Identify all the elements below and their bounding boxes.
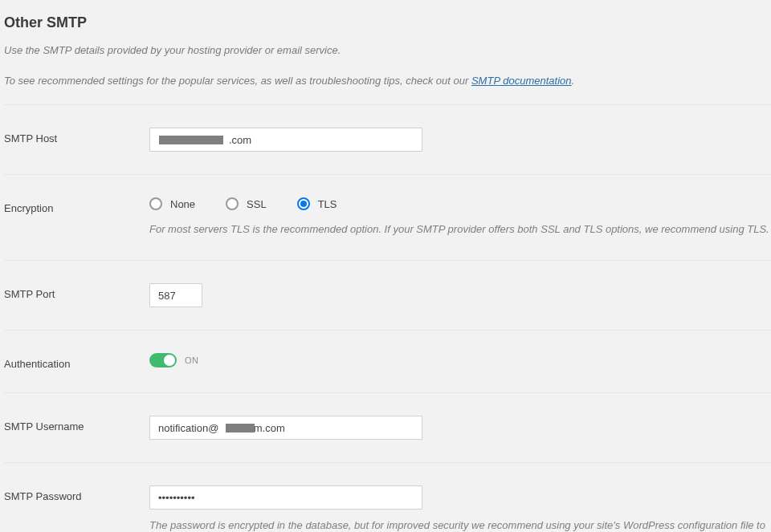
smtp-documentation-link[interactable]: SMTP documentation: [471, 75, 572, 87]
label-encryption: Encryption: [4, 197, 149, 214]
field-authentication: ON: [149, 353, 771, 368]
row-smtp-username: SMTP Username: [4, 392, 771, 462]
password-help-text: The password is encrypted in the databas…: [149, 518, 771, 532]
label-smtp-host: SMTP Host: [4, 128, 149, 144]
toggle-knob-icon: [164, 355, 175, 366]
smtp-port-input[interactable]: [149, 283, 202, 307]
section-description: Use the SMTP details provided by your ho…: [4, 43, 771, 88]
field-smtp-host: [149, 128, 771, 152]
section-title: Other SMTP: [4, 14, 771, 31]
radio-none-icon: [149, 197, 162, 210]
field-smtp-port: [149, 283, 771, 307]
smtp-password-input[interactable]: [149, 485, 422, 510]
row-encryption: Encryption None SSL TLS For most servers…: [4, 174, 771, 260]
radio-tls-label: TLS: [318, 198, 337, 210]
field-smtp-password: The password is encrypted in the databas…: [149, 485, 771, 532]
row-authentication: Authentication ON: [4, 330, 771, 392]
radio-tls-icon: [297, 197, 310, 210]
description-line-1: Use the SMTP details provided by your ho…: [4, 43, 771, 59]
smtp-settings-section: Other SMTP Use the SMTP details provided…: [0, 0, 771, 532]
label-authentication: Authentication: [4, 353, 149, 370]
label-smtp-password: SMTP Password: [4, 485, 149, 502]
redacted-host-prefix: [159, 136, 223, 144]
field-smtp-username: [149, 416, 771, 440]
radio-ssl-label: SSL: [247, 198, 267, 210]
encryption-help-text: For most servers TLS is the recommended …: [149, 221, 771, 238]
encryption-radio-group: None SSL TLS: [149, 197, 771, 210]
row-smtp-password: SMTP Password The password is encrypted …: [4, 462, 771, 532]
password-help-text-content: The password is encrypted in the databas…: [149, 519, 765, 532]
row-smtp-host: SMTP Host: [4, 104, 771, 174]
smtp-username-input[interactable]: [149, 416, 422, 440]
authentication-toggle-wrap: ON: [149, 353, 771, 368]
encryption-option-tls[interactable]: TLS: [297, 197, 337, 210]
encryption-option-ssl[interactable]: SSL: [226, 197, 267, 210]
row-smtp-port: SMTP Port: [4, 260, 771, 330]
field-encryption: None SSL TLS For most servers TLS is the…: [149, 197, 771, 238]
authentication-toggle[interactable]: [149, 353, 177, 368]
radio-ssl-icon: [226, 197, 239, 210]
description-line-2-post: .: [571, 75, 574, 87]
redacted-username-mid: [226, 424, 255, 433]
description-line-2-pre: To see recommended settings for the popu…: [4, 75, 471, 87]
label-smtp-port: SMTP Port: [4, 283, 149, 300]
description-line-2: To see recommended settings for the popu…: [4, 73, 771, 89]
radio-none-label: None: [170, 198, 195, 210]
authentication-toggle-label: ON: [185, 355, 199, 365]
encryption-option-none[interactable]: None: [149, 197, 195, 210]
label-smtp-username: SMTP Username: [4, 416, 149, 433]
